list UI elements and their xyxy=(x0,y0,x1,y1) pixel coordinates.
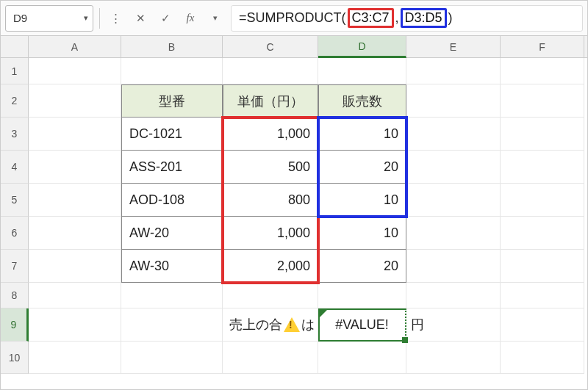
cell-A3[interactable] xyxy=(29,118,121,151)
cell-C1[interactable] xyxy=(223,58,318,84)
col-header-B[interactable]: B xyxy=(121,36,223,57)
row-header-6[interactable]: 6 xyxy=(1,217,29,250)
cell-E8[interactable] xyxy=(406,283,501,308)
warning-icon[interactable] xyxy=(284,317,300,332)
cell-C9[interactable]: 売上の合 は xyxy=(223,308,318,342)
col-header-C[interactable]: C xyxy=(223,36,318,57)
cell-C8[interactable] xyxy=(223,283,318,308)
cell-F6[interactable] xyxy=(501,217,584,250)
cell-D5[interactable]: 10 xyxy=(318,184,406,217)
table-header-qty[interactable]: 販売数 xyxy=(318,84,406,118)
cell-B3[interactable]: DC-1021 xyxy=(121,118,223,151)
cell-C4[interactable]: 500 xyxy=(223,151,318,184)
cell-D4[interactable]: 20 xyxy=(318,151,406,184)
cell-F2[interactable] xyxy=(501,84,584,118)
cell-F8[interactable] xyxy=(501,283,584,308)
row-header-7[interactable]: 7 xyxy=(1,250,29,283)
col-header-E[interactable]: E xyxy=(406,36,501,57)
cell-B4[interactable]: ASS-201 xyxy=(121,151,223,184)
chevron-down-icon[interactable]: ▾ xyxy=(206,8,225,29)
cell-F10[interactable] xyxy=(501,342,584,374)
row-header-3[interactable]: 3 xyxy=(1,118,29,151)
cell-A6[interactable] xyxy=(29,217,121,250)
cell-C7[interactable]: 2,000 xyxy=(223,250,318,283)
cell-C6[interactable]: 1,000 xyxy=(223,217,318,250)
cell-F1[interactable] xyxy=(501,58,584,84)
summary-label-prefix: 売上の合 xyxy=(229,316,282,333)
cell-B7[interactable]: AW-30 xyxy=(121,250,223,283)
cell-F7[interactable] xyxy=(501,250,584,283)
cell-B6[interactable]: AW-20 xyxy=(121,217,223,250)
row-header-10[interactable]: 10 xyxy=(1,342,29,374)
col-header-D[interactable]: D xyxy=(318,36,406,58)
cell-E6[interactable] xyxy=(406,217,501,250)
cell-E1[interactable] xyxy=(406,58,501,84)
cell-B10[interactable] xyxy=(121,342,223,374)
cell-F9[interactable] xyxy=(501,308,584,342)
cell-A4[interactable] xyxy=(29,151,121,184)
cell-C5[interactable]: 800 xyxy=(223,184,318,217)
cell-B8[interactable] xyxy=(121,283,223,308)
name-box[interactable]: D9 ▾ xyxy=(5,5,93,32)
more-icon[interactable]: ⋮ xyxy=(106,8,125,29)
cell-A10[interactable] xyxy=(29,342,121,374)
formula-prefix: =SUMPRODUCT( xyxy=(239,10,346,26)
cell-B9[interactable] xyxy=(121,308,223,342)
cell-E5[interactable] xyxy=(406,184,501,217)
row-header-9[interactable]: 9 xyxy=(1,308,29,342)
confirm-icon[interactable]: ✓ xyxy=(156,8,175,29)
name-box-value: D9 xyxy=(13,12,27,24)
cell-E10[interactable] xyxy=(406,342,501,374)
cell-E7[interactable] xyxy=(406,250,501,283)
cell-D6[interactable]: 10 xyxy=(318,217,406,250)
cell-D3[interactable]: 10 xyxy=(318,118,406,151)
col-header-F[interactable]: F xyxy=(501,36,584,57)
error-indicator-icon[interactable] xyxy=(320,310,327,317)
formula-bar: D9 ▾ ⋮ ✕ ✓ fx ▾ =SUMPRODUCT( C3:C7 , D3:… xyxy=(1,1,587,36)
cell-E3[interactable] xyxy=(406,118,501,151)
cell-A7[interactable] xyxy=(29,250,121,283)
table-header-price[interactable]: 単価（円） xyxy=(223,84,318,118)
row-header-8[interactable]: 8 xyxy=(1,283,29,308)
cell-D7[interactable]: 20 xyxy=(318,250,406,283)
cell-A8[interactable] xyxy=(29,283,121,308)
table-header-model[interactable]: 型番 xyxy=(121,84,223,118)
cell-A5[interactable] xyxy=(29,184,121,217)
cell-A1[interactable] xyxy=(29,58,121,84)
cell-C3[interactable]: 1,000 xyxy=(223,118,318,151)
cancel-icon[interactable]: ✕ xyxy=(131,8,150,29)
cell-D8[interactable] xyxy=(318,283,406,308)
cell-F3[interactable] xyxy=(501,118,584,151)
formula-ref1: C3:C7 xyxy=(348,8,394,28)
cell-F4[interactable] xyxy=(501,151,584,184)
formula-ref2: D3:D5 xyxy=(401,8,447,28)
cell-E9[interactable]: 円 xyxy=(406,308,501,342)
column-headers: A B C D E F xyxy=(1,36,587,58)
cell-D1[interactable] xyxy=(318,58,406,84)
row-header-4[interactable]: 4 xyxy=(1,151,29,184)
summary-value: #VALUE! xyxy=(335,317,389,333)
cell-E4[interactable] xyxy=(406,151,501,184)
fx-icon[interactable]: fx xyxy=(181,8,200,29)
row-header-5[interactable]: 5 xyxy=(1,184,29,217)
row-header-1[interactable]: 1 xyxy=(1,58,29,84)
cell-A2[interactable] xyxy=(29,84,121,118)
cell-E2[interactable] xyxy=(406,84,501,118)
cell-B5[interactable]: AOD-108 xyxy=(121,184,223,217)
cell-D10[interactable] xyxy=(318,342,406,374)
cell-B1[interactable] xyxy=(121,58,223,84)
row-header-2[interactable]: 2 xyxy=(1,84,29,118)
spreadsheet-grid[interactable]: A B C D E F 1 2 型番 単価（円） 販売数 3 DC-102 xyxy=(1,36,587,374)
select-all-corner[interactable] xyxy=(1,36,29,57)
cell-F5[interactable] xyxy=(501,184,584,217)
col-header-A[interactable]: A xyxy=(29,36,121,57)
divider xyxy=(99,8,100,29)
cell-A9[interactable] xyxy=(29,308,121,342)
chevron-down-icon[interactable]: ▾ xyxy=(84,13,88,23)
formula-suffix: ) xyxy=(448,10,453,26)
summary-label: 売上の合 は xyxy=(229,316,315,333)
cell-C10[interactable] xyxy=(223,342,318,374)
formula-sep: , xyxy=(395,10,399,26)
formula-input[interactable]: =SUMPRODUCT( C3:C7 , D3:D5 ) xyxy=(231,5,583,32)
cell-D9-active[interactable]: #VALUE! xyxy=(318,308,406,342)
